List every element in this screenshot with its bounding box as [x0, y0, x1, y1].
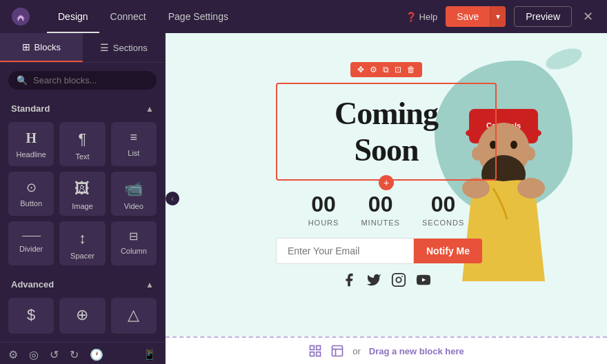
coming-soon-wrapper: ✥ ⚙ ⧉ ⊡ 🗑 Coming Soon + [276, 83, 497, 181]
minutes-value: 00 [368, 192, 393, 217]
divider-label: Divider [19, 245, 43, 253]
grid-icon[interactable] [308, 344, 322, 358]
block-list[interactable]: ≡ List [111, 122, 157, 166]
tab-sections-label: Sections [113, 43, 148, 53]
advanced-label: Advanced [11, 279, 54, 290]
canvas-content: ✥ ⚙ ⧉ ⊡ 🗑 Coming Soon + 00 HOUR [166, 33, 607, 336]
advanced-toggle[interactable]: ▲ [146, 280, 154, 290]
delete-icon[interactable]: 🗑 [407, 65, 415, 74]
drag-or-text: or [352, 346, 361, 356]
nav-tab-page-settings[interactable]: Page Settings [157, 0, 239, 33]
left-panel: ⊞ Blocks ☰ Sections 🔍 Standard ▲ H Headl… [0, 33, 166, 364]
seconds-value: 00 [431, 192, 456, 217]
svg-rect-19 [310, 352, 315, 356]
button-icon: ⊙ [26, 180, 37, 195]
divider-icon: —— [22, 230, 40, 241]
coming-soon-block[interactable]: Coming Soon [276, 83, 497, 181]
button-label: Button [20, 199, 42, 208]
close-button[interactable]: ✕ [580, 6, 596, 27]
nav-right: ❓ Help Save ▾ Preview ✕ [406, 6, 596, 27]
collapse-panel-button[interactable]: ‹ [166, 192, 179, 205]
seconds-label: SECONDS [422, 219, 464, 227]
notify-button[interactable]: Notify Me [414, 239, 482, 263]
youtube-icon[interactable] [416, 272, 431, 287]
drag-bar: or Drag a new block here [166, 336, 607, 364]
search-bar: 🔍 [0, 63, 165, 98]
layout-icon[interactable] [330, 344, 344, 358]
svg-point-14 [396, 277, 401, 282]
twitter-icon[interactable] [366, 272, 381, 287]
block-divider[interactable]: —— Divider [8, 221, 54, 265]
undo-icon[interactable]: ↺ [50, 348, 59, 361]
block-adv-3[interactable]: △ [111, 298, 157, 334]
headline-icon: H [26, 130, 37, 146]
save-dropdown-button[interactable]: ▾ [490, 6, 506, 27]
text-label: Text [75, 152, 89, 161]
panel-tabs: ⊞ Blocks ☰ Sections [0, 33, 165, 63]
blocks-icon: ⊞ [22, 41, 30, 52]
block-spacer[interactable]: ↕ Spacer [59, 221, 105, 265]
video-icon: 📹 [124, 180, 143, 198]
standard-label: Standard [11, 103, 50, 114]
nav-tab-design[interactable]: Design [47, 0, 99, 33]
svg-rect-13 [392, 273, 405, 285]
block-image[interactable]: 🖼 Image [59, 172, 105, 216]
adv1-icon: $ [27, 306, 35, 324]
list-icon: ≡ [130, 130, 138, 145]
facebook-icon[interactable] [341, 272, 357, 287]
svg-rect-18 [317, 346, 321, 350]
hours-label: HOURS [308, 219, 339, 227]
countdown-hours: 00 HOURS [308, 192, 339, 227]
adv3-icon: △ [128, 306, 139, 324]
history-icon[interactable]: 🕐 [90, 348, 103, 361]
settings-block-icon[interactable]: ⚙ [370, 65, 377, 74]
column-icon: ⊟ [129, 230, 138, 243]
advanced-section-header: Advanced ▲ [0, 274, 165, 295]
move-icon[interactable]: ✥ [357, 65, 364, 74]
save-button[interactable]: Save [446, 6, 490, 27]
duplicate-icon[interactable]: ⧉ [383, 65, 389, 74]
settings-icon[interactable]: ⚙ [8, 348, 18, 361]
list-label: List [128, 149, 139, 157]
block-column[interactable]: ⊟ Column [111, 221, 157, 265]
column-label: Column [121, 247, 147, 255]
advanced-blocks-grid: $ ⊕ △ [0, 295, 165, 342]
tab-sections[interactable]: ☰ Sections [83, 33, 166, 62]
canvas-block-area: ✥ ⚙ ⧉ ⊡ 🗑 Coming Soon + 00 HOUR [276, 83, 497, 287]
drag-link[interactable]: Drag a new block here [369, 346, 464, 356]
block-adv-2[interactable]: ⊕ [59, 298, 105, 334]
help-icon: ❓ [406, 12, 417, 22]
block-toolbar: ✥ ⚙ ⧉ ⊡ 🗑 [350, 62, 422, 77]
image-icon: 🖼 [74, 180, 90, 198]
blocks-grid: H Headline ¶ Text ≡ List ⊙ Button 🖼 Imag… [0, 119, 165, 274]
countdown-seconds: 00 SECONDS [422, 192, 464, 227]
hours-value: 00 [311, 192, 336, 217]
mobile-icon[interactable]: 📱 [143, 348, 157, 361]
search-input[interactable] [33, 75, 149, 85]
standard-toggle[interactable]: ▲ [146, 104, 154, 114]
instagram-icon[interactable] [391, 272, 406, 287]
text-icon: ¶ [79, 130, 87, 148]
help-button[interactable]: ❓ Help [406, 12, 438, 22]
block-headline[interactable]: H Headline [8, 122, 54, 166]
add-block-below-button[interactable]: + [379, 175, 394, 190]
block-adv-1[interactable]: $ [8, 298, 54, 334]
block-button[interactable]: ⊙ Button [8, 172, 54, 216]
spacer-label: Spacer [70, 252, 94, 260]
copy-icon[interactable]: ⊡ [395, 65, 401, 74]
nav-tabs: Design Connect Page Settings [47, 0, 239, 33]
layers-icon[interactable]: ◎ [29, 348, 39, 361]
nav-tab-connect[interactable]: Connect [99, 0, 157, 33]
email-input[interactable] [276, 238, 414, 264]
image-label: Image [72, 202, 93, 210]
tab-blocks[interactable]: ⊞ Blocks [0, 33, 83, 62]
block-text[interactable]: ¶ Text [59, 122, 105, 166]
headline-label: Headline [16, 150, 46, 159]
redo-icon[interactable]: ↻ [70, 348, 79, 361]
spacer-icon: ↕ [79, 230, 86, 247]
video-label: Video [124, 202, 143, 210]
block-video[interactable]: 📹 Video [111, 172, 157, 216]
search-wrap: 🔍 [8, 71, 157, 90]
preview-button[interactable]: Preview [514, 6, 572, 27]
main-layout: ⊞ Blocks ☰ Sections 🔍 Standard ▲ H Headl… [0, 33, 607, 364]
